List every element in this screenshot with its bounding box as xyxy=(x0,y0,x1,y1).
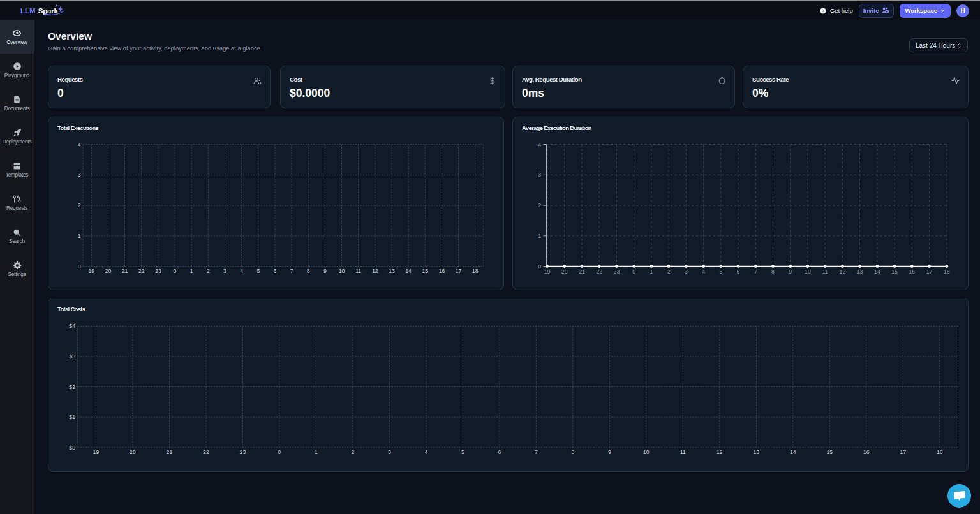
svg-text:2: 2 xyxy=(78,202,81,209)
svg-text:20: 20 xyxy=(561,268,568,275)
svg-text:18: 18 xyxy=(937,449,943,455)
svg-text:23: 23 xyxy=(155,268,161,274)
svg-text:18: 18 xyxy=(472,268,479,274)
svg-text:1: 1 xyxy=(315,449,318,455)
svg-text:3: 3 xyxy=(223,268,226,274)
svg-text:4: 4 xyxy=(78,142,81,148)
svg-text:13: 13 xyxy=(857,268,863,275)
svg-text:7: 7 xyxy=(754,268,757,275)
svg-text:0: 0 xyxy=(538,263,541,270)
svg-text:11: 11 xyxy=(680,449,686,455)
svg-text:21: 21 xyxy=(122,268,128,274)
svg-text:6: 6 xyxy=(737,268,740,275)
svg-text:1: 1 xyxy=(538,233,541,239)
svg-text:2: 2 xyxy=(538,202,541,209)
svg-text:13: 13 xyxy=(753,449,759,455)
svg-text:12: 12 xyxy=(716,449,723,455)
svg-text:10: 10 xyxy=(339,268,345,274)
svg-text:6: 6 xyxy=(273,268,276,274)
svg-text:5: 5 xyxy=(461,449,464,455)
svg-text:22: 22 xyxy=(138,268,145,274)
svg-text:3: 3 xyxy=(685,268,688,275)
svg-text:8: 8 xyxy=(307,268,310,274)
svg-text:15: 15 xyxy=(891,268,898,275)
svg-text:14: 14 xyxy=(874,268,880,275)
svg-text:9: 9 xyxy=(608,449,611,455)
svg-text:21: 21 xyxy=(167,449,173,455)
svg-text:16: 16 xyxy=(863,449,870,455)
svg-text:10: 10 xyxy=(805,268,811,275)
svg-text:1: 1 xyxy=(78,233,81,239)
svg-text:23: 23 xyxy=(240,449,246,455)
svg-text:2: 2 xyxy=(207,268,210,274)
svg-text:?: ? xyxy=(822,9,824,13)
svg-text:4: 4 xyxy=(240,268,243,274)
svg-text:17: 17 xyxy=(900,449,906,455)
svg-text:8: 8 xyxy=(771,268,775,275)
svg-text:6: 6 xyxy=(498,449,501,455)
svg-text:14: 14 xyxy=(405,268,412,274)
svg-text:20: 20 xyxy=(130,449,136,455)
svg-text:11: 11 xyxy=(822,268,828,275)
svg-text:2: 2 xyxy=(667,268,671,275)
svg-text:17: 17 xyxy=(926,268,933,275)
svg-text:22: 22 xyxy=(203,449,209,455)
svg-text:3: 3 xyxy=(78,172,81,178)
svg-text:5: 5 xyxy=(719,268,722,275)
svg-text:22: 22 xyxy=(596,268,602,275)
svg-text:19: 19 xyxy=(544,268,551,275)
svg-text:9: 9 xyxy=(789,268,792,275)
svg-text:3: 3 xyxy=(538,172,541,178)
svg-text:8: 8 xyxy=(571,449,574,455)
svg-text:1: 1 xyxy=(650,268,653,275)
svg-text:$1: $1 xyxy=(69,414,75,420)
svg-text:17: 17 xyxy=(456,268,462,274)
svg-text:5: 5 xyxy=(256,268,260,274)
svg-text:4: 4 xyxy=(538,142,541,148)
svg-text:20: 20 xyxy=(105,268,112,274)
svg-text:10: 10 xyxy=(643,449,650,455)
svg-text:19: 19 xyxy=(93,449,100,455)
svg-text:15: 15 xyxy=(826,449,833,455)
svg-text:1: 1 xyxy=(190,268,193,274)
svg-text:13: 13 xyxy=(389,268,395,274)
svg-text:7: 7 xyxy=(290,268,293,274)
svg-text:7: 7 xyxy=(535,449,538,455)
svg-text:$0: $0 xyxy=(69,444,75,451)
svg-text:2: 2 xyxy=(351,449,354,455)
svg-text:16: 16 xyxy=(439,268,445,274)
svg-text:16: 16 xyxy=(909,268,915,275)
svg-text:0: 0 xyxy=(632,268,635,275)
svg-text:0: 0 xyxy=(278,449,281,455)
svg-text:23: 23 xyxy=(614,268,620,275)
svg-text:12: 12 xyxy=(372,268,378,274)
svg-text:0: 0 xyxy=(78,263,81,270)
svg-text:11: 11 xyxy=(355,268,361,274)
svg-text:19: 19 xyxy=(88,268,94,274)
svg-text:18: 18 xyxy=(944,268,950,275)
svg-text:0: 0 xyxy=(174,268,177,274)
svg-text:$4: $4 xyxy=(69,323,75,329)
svg-text:4: 4 xyxy=(702,268,705,275)
svg-text:9: 9 xyxy=(323,268,327,274)
svg-text:21: 21 xyxy=(579,268,585,275)
svg-text:4: 4 xyxy=(424,449,427,455)
svg-text:14: 14 xyxy=(790,449,796,455)
svg-text:3: 3 xyxy=(388,449,391,455)
svg-text:12: 12 xyxy=(840,268,846,275)
svg-text:$3: $3 xyxy=(69,353,75,360)
svg-text:15: 15 xyxy=(422,268,428,274)
svg-text:$2: $2 xyxy=(69,384,75,390)
